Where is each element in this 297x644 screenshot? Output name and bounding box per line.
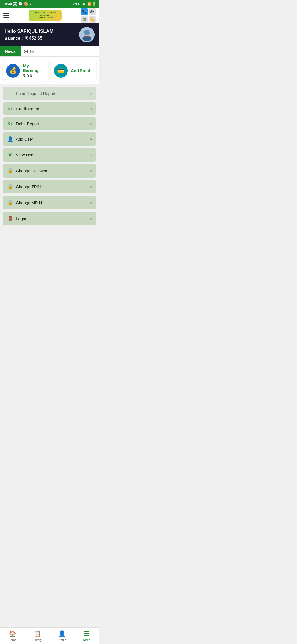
- dot-indicator: •: [30, 2, 31, 6]
- fund-request-chevron: »: [89, 91, 92, 96]
- logo-line2: WE FAIMAN COMMUNICATION: [31, 14, 59, 19]
- view-user-icon: 👁: [7, 152, 13, 158]
- add-user-item[interactable]: 👤 Add User »: [3, 132, 96, 146]
- add-fund-card[interactable]: 💳 Add Fund: [51, 59, 96, 82]
- credit-icon: ₹+: [7, 106, 13, 111]
- status-right-icons: VoLTE 4G 📶 🔋: [73, 2, 96, 6]
- app-header: FAIMAN MULTI SERVICE WE FAIMAN COMMUNICA…: [0, 8, 99, 23]
- at-icon-btn[interactable]: @: [89, 8, 96, 15]
- earning-title: My Earning: [23, 63, 45, 73]
- change-tpin-chevron: »: [89, 184, 92, 189]
- change-mpin-item[interactable]: 🔒 Change MPIN »: [3, 196, 96, 209]
- earning-value: ₹ 0.0: [23, 73, 45, 78]
- app-logo: FAIMAN MULTI SERVICE WE FAIMAN COMMUNICA…: [29, 10, 62, 21]
- news-tab[interactable]: News: [0, 46, 21, 56]
- news-bar: News Hi: [0, 46, 99, 57]
- menu-line-1: [3, 13, 9, 14]
- signal-icon: 📶: [87, 2, 91, 6]
- user-avatar[interactable]: [79, 27, 95, 42]
- debit-label: Debit Report: [16, 121, 39, 126]
- change-password-chevron: »: [89, 168, 92, 173]
- change-password-label: Change Password: [16, 168, 50, 173]
- email-icon-btn[interactable]: ✉: [81, 16, 88, 23]
- change-password-icon: 🔒: [7, 168, 13, 174]
- credit-label: Credit Report: [16, 107, 40, 111]
- fund-request-icon: ↑: [7, 91, 13, 96]
- logo-line1: FAIMAN MULTI SERVICE: [31, 12, 59, 14]
- add-user-label: Add User: [16, 137, 33, 141]
- contact-icons: 📞 @ ✉ 👆: [81, 8, 96, 23]
- my-earning-card[interactable]: 💰 My Earning ₹ 0.0: [3, 59, 48, 82]
- credit-chevron: »: [89, 106, 92, 111]
- view-user-item[interactable]: 👁 View User »: [3, 148, 96, 162]
- credit-report-item[interactable]: ₹+ Credit Report »: [3, 102, 96, 115]
- user-banner: Hello SAFIQUL ISLAM Balance : ₹ 452.65: [0, 23, 99, 46]
- battery-icon: 🔋: [92, 2, 96, 6]
- change-password-item[interactable]: 🔒 Change Password »: [3, 164, 96, 178]
- user-info: Hello SAFIQUL ISLAM Balance : ₹ 452.65: [4, 29, 53, 41]
- logout-item[interactable]: 🚪 Logout »: [3, 212, 96, 225]
- fund-info: Add Fund: [71, 68, 90, 73]
- fund-title: Add Fund: [71, 68, 90, 73]
- hamburger-menu[interactable]: [3, 13, 9, 18]
- debit-chevron: »: [89, 121, 92, 126]
- fund-icon: 💳: [54, 64, 68, 78]
- hand-icon-btn[interactable]: 👆: [89, 16, 96, 23]
- add-user-icon: 👤: [7, 136, 13, 142]
- phone-icon-btn[interactable]: 📞: [81, 8, 88, 15]
- photo-icon: 🖼: [13, 2, 17, 6]
- debit-icon: ₹+: [7, 121, 13, 126]
- volte-indicator: VoLTE 4G: [73, 2, 86, 6]
- user-greeting: Hello SAFIQUL ISLAM: [4, 29, 53, 34]
- balance-currency: ₹: [25, 36, 28, 40]
- svg-point-1: [84, 30, 90, 35]
- debit-report-item[interactable]: ₹+ Debit Report »: [3, 117, 96, 130]
- add-user-chevron: »: [89, 137, 92, 141]
- avatar-svg: [79, 27, 95, 42]
- menu-list: ↑ Fund Request Report » ₹+ Credit Report…: [0, 84, 99, 228]
- change-mpin-chevron: »: [89, 200, 92, 205]
- app-icon: 🎨: [24, 2, 28, 6]
- view-user-label: View User: [16, 152, 35, 157]
- earning-info: My Earning ₹ 0.0: [23, 63, 45, 78]
- menu-line-2: [3, 15, 9, 16]
- balance-display: Balance : ₹ 452.65: [4, 36, 53, 41]
- change-mpin-icon: 🔒: [7, 200, 13, 206]
- fund-request-label: Fund Request Report: [16, 91, 55, 96]
- fund-request-report-item[interactable]: ↑ Fund Request Report »: [3, 87, 96, 100]
- status-bar: 10:44 🖼 💬 🎨 • VoLTE 4G 📶 🔋: [0, 0, 99, 8]
- whatsapp-icon: 💬: [18, 2, 23, 6]
- change-tpin-label: Change TPIN: [16, 184, 41, 189]
- logout-chevron: »: [89, 216, 92, 221]
- earning-icon: 💰: [6, 64, 20, 78]
- change-mpin-label: Change MPIN: [16, 200, 42, 205]
- news-dot-icon: [24, 50, 28, 53]
- status-time: 10:44 🖼 💬 🎨 •: [3, 2, 31, 6]
- logout-icon: 🚪: [7, 215, 13, 222]
- news-ticker-text: Hi: [30, 49, 34, 54]
- cards-section: 💰 My Earning ₹ 0.0 💳 Add Fund: [0, 57, 99, 84]
- logout-label: Logout: [16, 216, 29, 221]
- menu-line-3: [3, 17, 9, 18]
- change-tpin-item[interactable]: 🔒 Change TPIN »: [3, 180, 96, 193]
- view-user-chevron: »: [89, 152, 92, 157]
- svg-rect-3: [85, 36, 89, 37]
- change-tpin-icon: 🔒: [7, 184, 13, 190]
- balance-label: Balance :: [4, 36, 23, 40]
- balance-amount: 452.65: [29, 36, 42, 40]
- time-display: 10:44: [3, 2, 12, 6]
- news-ticker: Hi: [21, 47, 37, 56]
